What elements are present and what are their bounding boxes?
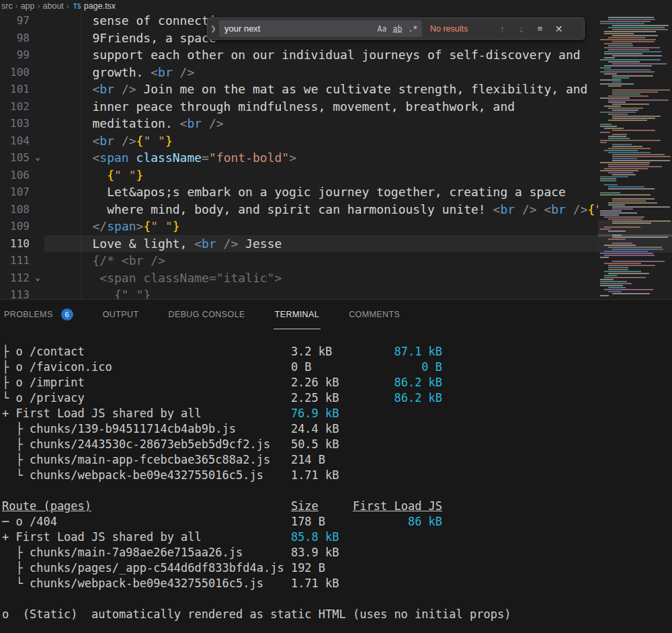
minimap-line bbox=[612, 198, 655, 200]
find-previous-button[interactable]: ↑ bbox=[494, 20, 511, 37]
minimap-line bbox=[604, 43, 632, 44]
panel-tab-output[interactable]: OUTPUT bbox=[101, 300, 140, 329]
find-in-selection-button[interactable]: ≡ bbox=[532, 20, 548, 37]
minimap-line bbox=[612, 91, 658, 93]
code-line[interactable]: 110 Love & light, <br /> Jesse bbox=[0, 235, 672, 253]
minimap-line bbox=[600, 83, 634, 85]
code-line[interactable]: 112⌄ <span className="italic"> bbox=[0, 269, 672, 287]
minimap-line bbox=[604, 275, 617, 276]
minimap-line bbox=[604, 128, 624, 129]
match-case-button[interactable]: Aa bbox=[375, 22, 389, 35]
code-line-text: <br />{" "} bbox=[46, 132, 173, 150]
minimap-line bbox=[600, 59, 661, 60]
editor[interactable]: 97 sense of connecti98 9Friends, a space… bbox=[0, 12, 672, 299]
minimap-line bbox=[600, 39, 656, 40]
find-close-button[interactable]: ✕ bbox=[550, 20, 567, 37]
minimap-line bbox=[604, 184, 618, 185]
find-options: Aa ab .* bbox=[375, 22, 420, 35]
minimap-line bbox=[608, 273, 649, 274]
minimap-line bbox=[604, 263, 641, 264]
toggle-replace-button[interactable]: ❯ bbox=[208, 18, 219, 39]
minimap-line bbox=[612, 144, 632, 145]
minimap[interactable] bbox=[598, 12, 672, 299]
terminal-line: o (Static) automatically rendered as sta… bbox=[2, 607, 672, 622]
minimap-line bbox=[612, 222, 651, 224]
minimap-line bbox=[608, 114, 628, 115]
minimap-line bbox=[600, 253, 653, 254]
minimap-line bbox=[600, 97, 630, 99]
find-next-button[interactable]: ↓ bbox=[513, 20, 530, 37]
minimap-line bbox=[608, 17, 654, 18]
minimap-line bbox=[608, 230, 626, 232]
code-line[interactable]: 101 <br /> Join me on the mat as we cult… bbox=[0, 81, 672, 98]
code-line-text: </span>{" "} bbox=[46, 218, 180, 235]
minimap-line bbox=[600, 210, 622, 212]
minimap-line bbox=[600, 283, 632, 284]
code-line[interactable]: 113 {" "} bbox=[0, 286, 672, 299]
minimap-line bbox=[604, 251, 648, 252]
code-line[interactable]: 108 where mind, body, and spirit can har… bbox=[0, 201, 672, 218]
code-line[interactable]: 107 Let&apos;s embark on a yogic journey… bbox=[0, 183, 672, 201]
minimap-line bbox=[608, 164, 649, 165]
minimap-line bbox=[608, 27, 665, 28]
code-line-text: {" "} bbox=[46, 167, 143, 184]
minimap-line bbox=[608, 239, 626, 240]
code-line-text: where mind, body, and spirit can harmoni… bbox=[46, 201, 624, 218]
minimap-line bbox=[604, 65, 652, 67]
fold-gutter bbox=[30, 98, 46, 116]
terminal-line: └ o /privacy 2.25 kB 86.2 kB bbox=[2, 390, 672, 406]
terminal-line: ├ o /contact 3.2 kB 87.1 kB bbox=[2, 344, 672, 360]
regex-button[interactable]: .* bbox=[406, 22, 420, 35]
fold-chevron-icon[interactable]: ⌄ bbox=[30, 269, 46, 287]
minimap-line bbox=[600, 212, 637, 214]
minimap-line bbox=[604, 31, 656, 32]
minimap-line bbox=[604, 277, 646, 278]
code-line[interactable]: 106 {" "} bbox=[0, 167, 672, 184]
minimap-line bbox=[608, 138, 630, 139]
minimap-line bbox=[600, 257, 609, 258]
minimap-line bbox=[612, 118, 655, 119]
minimap-line bbox=[612, 154, 665, 155]
code-line[interactable]: 104 <br />{" "} bbox=[0, 132, 672, 150]
minimap-line bbox=[608, 99, 669, 101]
find-input-box: Aa ab .* bbox=[219, 20, 422, 37]
minimap-line bbox=[612, 158, 637, 159]
minimap-line bbox=[600, 192, 620, 194]
line-number: 100 bbox=[0, 64, 30, 81]
panel-tabs: PROBLEMS6OUTPUTDEBUG CONSOLETERMINALCOMM… bbox=[0, 300, 672, 329]
panel-tab-problems[interactable]: PROBLEMS6 bbox=[3, 300, 75, 329]
breadcrumb-item-src[interactable]: src bbox=[1, 1, 13, 11]
panel-tab-debug-console[interactable]: DEBUG CONSOLE bbox=[167, 300, 246, 329]
minimap-line bbox=[604, 226, 640, 228]
code-line[interactable]: 109 </span>{" "} bbox=[0, 218, 672, 235]
code-line-text: <br /> Join me on the mat as we cultivat… bbox=[46, 81, 587, 98]
code-line[interactable]: 103 meditation. <br /> bbox=[0, 115, 672, 132]
breadcrumb-item-about[interactable]: about bbox=[43, 1, 64, 11]
line-number: 106 bbox=[0, 167, 30, 184]
whole-word-button[interactable]: ab bbox=[390, 22, 405, 35]
terminal-line: ─ o /404 178 B 86 kB bbox=[2, 514, 672, 530]
code-line[interactable]: 99 support each other on our individual … bbox=[0, 46, 672, 64]
panel-tab-terminal[interactable]: TERMINAL bbox=[274, 300, 321, 329]
minimap-line bbox=[608, 61, 640, 62]
minimap-line bbox=[612, 293, 650, 294]
minimap-line bbox=[612, 160, 670, 161]
minimap-line bbox=[608, 85, 622, 87]
code-line-text: <span className="italic"> bbox=[46, 269, 282, 287]
breadcrumb-item-app[interactable]: app bbox=[21, 1, 35, 11]
minimap-line bbox=[608, 148, 650, 149]
code-line[interactable]: 102 inner peace through mindfulness, mov… bbox=[0, 98, 672, 116]
arrow-down-icon: ↓ bbox=[519, 24, 523, 34]
code-line-text: growth. <br /> bbox=[46, 64, 194, 81]
code-line[interactable]: 100 growth. <br /> bbox=[0, 64, 672, 81]
code-line[interactable]: 111 {/* <br /> bbox=[0, 252, 672, 269]
line-number: 105 bbox=[0, 149, 30, 167]
minimap-line bbox=[600, 132, 610, 133]
code-line[interactable]: 105⌄ <span className="font-bold"> bbox=[0, 149, 672, 167]
minimap-line bbox=[600, 194, 650, 196]
fold-chevron-icon[interactable]: ⌄ bbox=[30, 149, 46, 167]
terminal-output[interactable]: ├ o /contact 3.2 kB 87.1 kB├ o /favicon.… bbox=[0, 329, 672, 622]
minimap-line bbox=[612, 35, 658, 36]
breadcrumb-file-name[interactable]: page.tsx bbox=[84, 1, 116, 11]
panel-tab-comments[interactable]: COMMENTS bbox=[347, 300, 401, 329]
